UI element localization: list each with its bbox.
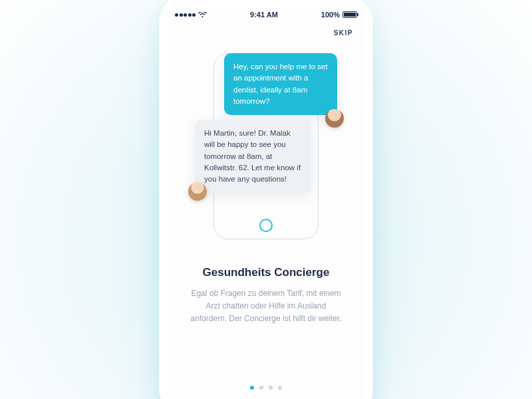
avatar-agent [188,182,207,201]
onboarding-body: Egal ob Fragen zu deinem Tarif, mit eine… [187,287,345,326]
onboarding-title: Gesundheits Concierge [187,266,345,279]
page-dot[interactable] [278,386,282,390]
skip-button[interactable]: SKIP [334,29,353,37]
battery-icon [342,11,357,18]
onboarding-copy: Gesundheits Concierge Egal ob Fragen zu … [170,266,362,326]
status-time: 9:41 AM [250,11,278,19]
wifi-icon [198,12,207,18]
chat-bubble-user: Hey, can you help me to set an appointme… [224,53,337,115]
pagination-dots[interactable] [250,386,282,390]
status-bar: 9:41 AM 100% [170,8,362,21]
status-right: 100% [321,11,357,19]
onboarding-illustration: Hey, can you help me to set an appointme… [213,53,319,239]
page-dot[interactable] [269,386,273,390]
chat-bubble-agent: Hi Martin, sure! Dr. Malak will be happy… [195,120,311,193]
device-frame: 9:41 AM 100% SKIP Hey, can you help me t… [159,0,373,399]
page-dot[interactable] [250,386,254,390]
page-dot[interactable] [259,386,263,390]
battery-text: 100% [321,11,340,19]
cellular-signal-icon [175,13,196,17]
status-left [175,12,207,18]
avatar-user [325,109,344,128]
home-button-icon [259,219,273,232]
screen: 9:41 AM 100% SKIP Hey, can you help me t… [170,8,362,399]
